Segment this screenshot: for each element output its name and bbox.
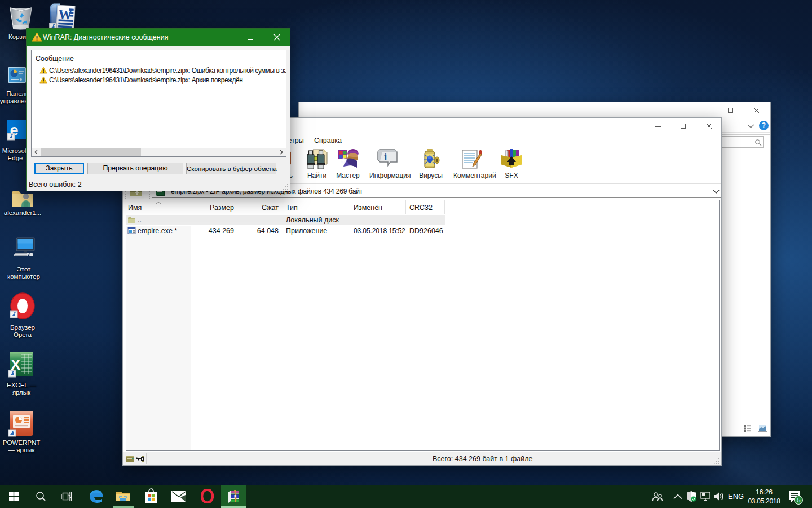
svg-text:i: i xyxy=(384,151,387,163)
svg-text:5: 5 xyxy=(797,497,801,503)
